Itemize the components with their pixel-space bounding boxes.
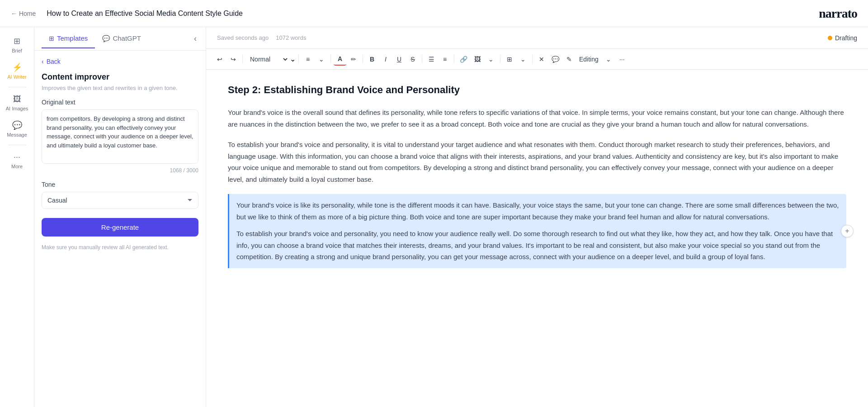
doc-paragraph-2: To establish your brand's voice and pers… <box>228 139 846 185</box>
back-chevron-icon: ‹ <box>42 58 44 65</box>
tone-label: Tone <box>42 181 198 188</box>
editor-panel: Saved seconds ago 1072 words Drafting ↩ … <box>206 27 868 407</box>
selected-area-wrapper: Your brand's voice is like its personali… <box>228 194 846 268</box>
highlight-button[interactable]: ✏ <box>347 53 360 66</box>
back-label: Back <box>47 58 61 65</box>
toolbar-separator-3 <box>330 55 331 64</box>
edit-button[interactable]: ✎ <box>563 53 576 66</box>
redo-button[interactable]: ↪ <box>227 53 240 66</box>
sidebar-divider-2 <box>8 145 26 145</box>
sidebar-label-ai-writer: AI Writer <box>7 74 27 80</box>
ai-writer-icon: ⚡ <box>12 62 22 72</box>
doc-paragraph-1: Your brand's voice is the overall sound … <box>228 107 846 130</box>
editor-meta: Saved seconds ago 1072 words <box>217 34 306 41</box>
regenerate-button[interactable]: Re-generate <box>42 218 198 237</box>
sidebar-label-brief: Brief <box>12 48 22 53</box>
chatgpt-tab-label: ChatGPT <box>113 34 141 42</box>
original-text-label: Original text <box>42 99 198 106</box>
sidebar-label-ai-images: AI Images <box>6 106 28 111</box>
saved-status: Saved seconds ago <box>217 34 269 41</box>
toolbar-separator-8 <box>532 55 533 64</box>
clear-format-button[interactable]: ✕ <box>535 53 548 66</box>
panel-content: ‹ Back Content improver Improves the giv… <box>34 51 206 407</box>
style-chevron-icon: ⌄ <box>290 55 296 63</box>
toolbar-separator-5 <box>422 55 422 64</box>
word-count: 1072 words <box>276 34 306 41</box>
templates-tab-icon: ⊞ <box>49 35 54 42</box>
selected-paragraph-2: To establish your brand's voice and pers… <box>236 228 839 263</box>
chatgpt-tab-icon: 💬 <box>102 35 110 42</box>
strikethrough-button[interactable]: S <box>406 53 419 66</box>
toolbar-separator-7 <box>500 55 500 64</box>
image-chevron-button[interactable]: ⌄ <box>485 53 497 66</box>
sidebar-item-brief[interactable]: ⊞ Brief <box>2 33 33 57</box>
char-count: 1068 / 3000 <box>42 167 198 174</box>
editor-toolbar: ↩ ↪ Normal Heading 1 Heading 2 Heading 3… <box>206 49 868 70</box>
link-button[interactable]: 🔗 <box>457 53 470 66</box>
panel-tabs-left: ⊞ Templates 💬 ChatGPT <box>42 29 148 48</box>
toolbar-separator-1 <box>242 55 243 64</box>
align-button[interactable]: ≡ <box>302 53 314 66</box>
italic-button[interactable]: I <box>379 53 392 66</box>
undo-button[interactable]: ↩ <box>213 53 226 66</box>
toolbar-separator-2 <box>298 55 299 64</box>
brief-icon: ⊞ <box>14 36 20 46</box>
selected-block[interactable]: Your brand's voice is like its personali… <box>228 194 846 268</box>
tab-chatgpt[interactable]: 💬 ChatGPT <box>95 29 148 48</box>
ai-images-icon: 🖼 <box>13 95 21 104</box>
editor-content: Step 2: Establishing Brand Voice and Per… <box>206 70 868 407</box>
text-style-select[interactable]: Normal Heading 1 Heading 2 Heading 3 <box>245 53 289 65</box>
sidebar-label-more: More <box>11 164 23 169</box>
more-icon: ··· <box>14 152 20 162</box>
drafting-badge: Drafting <box>828 34 857 42</box>
templates-tab-label: Templates <box>57 34 88 42</box>
tone-select[interactable]: Casual Formal Friendly Professional Witt… <box>42 192 198 209</box>
sidebar-item-more[interactable]: ··· More <box>2 149 33 173</box>
original-text-input[interactable] <box>42 109 198 164</box>
bold-button[interactable]: B <box>366 53 378 66</box>
align-chevron-button[interactable]: ⌄ <box>315 53 328 66</box>
more-options-button[interactable]: ··· <box>616 53 628 66</box>
selected-paragraph-1: Your brand's voice is like its personali… <box>236 199 839 222</box>
sidebar-label-message: Message <box>7 132 27 137</box>
sidebar-divider <box>8 87 26 87</box>
toolbar-separator-6 <box>454 55 454 64</box>
sidebar-item-message[interactable]: 💬 Message <box>2 117 33 141</box>
comment-button[interactable]: 💬 <box>549 53 562 66</box>
add-content-button[interactable]: + <box>841 225 854 237</box>
editor-topbar: Saved seconds ago 1072 words Drafting <box>206 27 868 49</box>
content-improver-title: Content improver <box>42 72 198 82</box>
bullet-list-button[interactable]: ☰ <box>425 53 438 66</box>
toolbar-separator-4 <box>363 55 363 64</box>
sidebar-item-ai-writer[interactable]: ⚡ AI Writer <box>2 59 33 83</box>
text-color-button[interactable]: A <box>334 53 346 66</box>
table-button[interactable]: ⊞ <box>503 53 516 66</box>
middle-panel: ⊞ Templates 💬 ChatGPT ‹ ‹ Back Content i… <box>34 27 206 407</box>
disclaimer-text: Make sure you manually review all AI gen… <box>42 244 198 251</box>
message-icon: 💬 <box>12 120 22 130</box>
table-chevron-button[interactable]: ⌄ <box>517 53 529 66</box>
ordered-list-button[interactable]: ≡ <box>439 53 451 66</box>
main-layout: ⊞ Brief ⚡ AI Writer 🖼 AI Images 💬 Messag… <box>0 27 868 407</box>
sidebar-item-ai-images[interactable]: 🖼 AI Images <box>2 91 33 115</box>
back-button[interactable]: ‹ Back <box>42 58 198 65</box>
tab-templates[interactable]: ⊞ Templates <box>42 29 95 48</box>
home-link[interactable]: ← Home <box>11 10 36 17</box>
collapse-panel-button[interactable]: ‹ <box>192 32 198 45</box>
editing-label: Editing <box>576 55 601 64</box>
drafting-dot-icon <box>828 36 832 40</box>
doc-heading: Step 2: Establishing Brand Voice and Per… <box>228 84 846 96</box>
panel-tabs: ⊞ Templates 💬 ChatGPT ‹ <box>34 27 206 51</box>
underline-button[interactable]: U <box>393 53 406 66</box>
drafting-label: Drafting <box>835 34 857 42</box>
left-sidebar: ⊞ Brief ⚡ AI Writer 🖼 AI Images 💬 Messag… <box>0 27 34 407</box>
top-header: ← Home How to Create an Effective Social… <box>0 0 868 27</box>
content-improver-description: Improves the given text and rewrites in … <box>42 85 198 91</box>
doc-title: How to Create an Effective Social Media … <box>47 9 243 18</box>
image-button[interactable]: 🖼 <box>471 53 484 66</box>
header-left: ← Home How to Create an Effective Social… <box>11 9 243 18</box>
narrato-logo: narrato <box>819 6 857 21</box>
editing-chevron-button[interactable]: ⌄ <box>602 53 615 66</box>
style-dropdown[interactable]: Normal Heading 1 Heading 2 Heading 3 ⌄ <box>245 53 296 65</box>
